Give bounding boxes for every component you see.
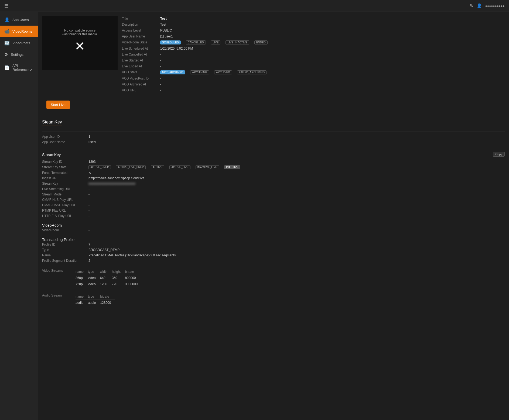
video-stream-cell-type: video bbox=[88, 275, 100, 281]
video-th-height: height bbox=[112, 269, 125, 275]
cmaf-dash-row: CMAF-DASH Play URL - bbox=[42, 202, 505, 208]
sidebar-item-api-reference[interactable]: 📄 API Reference ↗ bbox=[0, 60, 38, 75]
live-ended-label: Live Ended At bbox=[122, 64, 157, 68]
rtmp-play-row: RTMP Play URL - bbox=[42, 208, 505, 213]
state-badge-live: LIVE bbox=[211, 40, 221, 44]
sidebar-label-videorooms: VideoRooms bbox=[12, 29, 32, 33]
videorooms-icon: 📹 bbox=[4, 29, 10, 34]
video-stream-cell-name: 720p bbox=[76, 281, 88, 287]
title-label: Title bbox=[122, 17, 157, 20]
video-stream-row: 720pvideo12807203000000 bbox=[76, 281, 142, 287]
segment-duration-label: Profile Segment Duration bbox=[42, 259, 85, 263]
access-level-value: PUBLIC bbox=[160, 29, 172, 32]
sk-badge-active: ACTIVE bbox=[151, 165, 164, 169]
state-badge-ended: ENDED bbox=[254, 40, 268, 44]
audio-stream-cell-type: audio bbox=[88, 300, 100, 306]
vod-badge-archived: ARCHIVED bbox=[214, 70, 232, 74]
streamkey-end-divider bbox=[42, 221, 505, 221]
video-stream-cell-bitrate: 800000 bbox=[125, 275, 142, 281]
sidebar-item-settings[interactable]: ⚙ Settings bbox=[0, 49, 38, 60]
video-stream-cell-height: 360 bbox=[112, 275, 125, 281]
vod-badge-failed-archiving: FAILED_ARCHIVING bbox=[237, 70, 267, 74]
cmaf-hls-label: CMAF-HLS Play URL bbox=[42, 198, 85, 202]
sidebar-label-api-reference: API Reference ↗ bbox=[12, 64, 33, 72]
vod-state-flow: NOT_ARCHIVED — ARCHIVING — ARCHIVED — FA… bbox=[160, 70, 267, 74]
videoposts-icon: 🔄 bbox=[4, 40, 10, 46]
steamkey-section: SteamKey App User ID 1 App User Name use… bbox=[38, 116, 509, 306]
http-flv-row: HTTP-FLV Play URL - bbox=[42, 213, 505, 219]
video-th-bitrate: bitrate bbox=[125, 269, 142, 275]
layout: 👤 App Users 📹 VideoRooms 🔄 VideoPosts ⚙ … bbox=[0, 12, 509, 420]
live-started-row: Live Started At - bbox=[122, 58, 500, 63]
sidebar-item-videorooms[interactable]: 📹 VideoRooms bbox=[0, 26, 38, 37]
refresh-icon[interactable]: ↻ bbox=[470, 3, 473, 8]
streamkey-state-flow: ACTIVE_PREP — ACTIVE_LIVE_PREP — ACTIVE … bbox=[88, 165, 240, 169]
streamkey-key-label: StreamKey bbox=[42, 182, 85, 185]
steamkey-divider2 bbox=[42, 147, 505, 147]
videoroom-sub-row: VideoRoom - bbox=[42, 228, 505, 233]
streamkey-header: StreamKey Copy bbox=[42, 149, 505, 159]
steamkey-section-title: SteamKey bbox=[42, 116, 62, 126]
start-live-button[interactable]: Start Live bbox=[46, 101, 70, 109]
state-badge-live-inactive: LIVE_INACTIVE bbox=[226, 40, 249, 44]
app-user-id-row: App User ID 1 bbox=[42, 134, 505, 139]
videoroom-state-label: VideoRoom State bbox=[122, 40, 157, 44]
video-table-header-row: name type width height bitrate bbox=[76, 269, 142, 275]
video-stream-cell-width: 640 bbox=[100, 275, 112, 281]
video-streams-table-wrapper: name type width height bitrate 360pvideo… bbox=[76, 267, 142, 287]
ingest-url-row: Ingest URL rtmp://media-sandbox.flipflop… bbox=[42, 175, 505, 181]
settings-icon: ⚙ bbox=[4, 52, 8, 57]
videoroom-state-flow: SCHEDULED — CANCELLED — LIVE — LIVE_INAC… bbox=[160, 40, 268, 44]
transcoding-title: Transcoding Profile bbox=[42, 237, 74, 242]
video-stream-row: 360pvideo640360800000 bbox=[76, 275, 142, 281]
vod-state-row: VOD State NOT_ARCHIVED — ARCHIVING — ARC… bbox=[122, 70, 500, 75]
vod-badge-not-archived: NOT_ARCHIVED bbox=[160, 70, 185, 74]
segment-duration-value: 2 bbox=[88, 259, 90, 263]
video-info-panel: Title Test Description Test Access Level… bbox=[118, 16, 505, 93]
video-stream-cell-bitrate: 3000000 bbox=[125, 281, 142, 287]
live-scheduled-row: Live Scheduled At 1/25/2025, 5:02:00 PM bbox=[122, 46, 500, 51]
streamkey-state-label: StreamKey State bbox=[42, 165, 85, 169]
vod-videopost-value: - bbox=[160, 77, 161, 80]
rtmp-play-label: RTMP Play URL bbox=[42, 209, 85, 212]
streamkey-id-row: StreamKey ID 1393 bbox=[42, 159, 505, 164]
sk-badge-inactive: INACTIVE bbox=[224, 165, 240, 169]
hamburger-icon[interactable]: ☰ bbox=[4, 3, 9, 9]
user-icon[interactable]: 👤 bbox=[477, 3, 482, 8]
topbar: ☰ ↻ 👤 ●●●●●●●●●● bbox=[0, 0, 509, 12]
cmaf-hls-row: CMAF-HLS Play URL - bbox=[42, 197, 505, 202]
app-user-id-value: 1 bbox=[88, 135, 90, 139]
sidebar-item-videoposts[interactable]: 🔄 VideoPosts bbox=[0, 37, 38, 49]
copy-streamkey-button[interactable]: Copy bbox=[493, 152, 505, 157]
transcoding-name-row: Name Predefined CMAF Profile (16:9 lands… bbox=[42, 253, 505, 258]
segment-duration-row: Profile Segment Duration 2 bbox=[42, 258, 505, 263]
force-terminated-label: Force-Terminated bbox=[42, 171, 85, 175]
steamkey-title: SteamKey bbox=[42, 116, 505, 129]
sidebar-item-app-users[interactable]: 👤 App Users bbox=[0, 14, 38, 26]
transcoding-name-label: Name bbox=[42, 253, 85, 257]
audio-stream-row: audioaudio128000 bbox=[76, 300, 115, 306]
streamkey-key-value: ●●●●●●●●●●●●●●●●●●●●●●●● bbox=[88, 182, 135, 185]
app-user-name-value: [1] user1 bbox=[160, 35, 173, 38]
stream-mode-row: Stream Mode - bbox=[42, 192, 505, 197]
steamkey-divider bbox=[42, 132, 505, 132]
live-streaming-url-value: - bbox=[88, 187, 90, 191]
vod-videopost-label: VOD VideoPost ID bbox=[122, 77, 157, 80]
vod-url-label: VOD URL bbox=[122, 88, 157, 92]
videoroom-end-divider bbox=[42, 235, 505, 235]
video-th-name: name bbox=[76, 269, 88, 275]
audio-stream-table-wrapper: name type bitrate audioaudio128000 bbox=[76, 291, 115, 306]
live-started-label: Live Started At bbox=[122, 58, 157, 62]
ingest-url-label: Ingest URL bbox=[42, 176, 85, 180]
vod-url-value: - bbox=[160, 88, 161, 92]
audio-th-type: type bbox=[88, 294, 100, 300]
cmaf-dash-value: - bbox=[88, 203, 90, 207]
live-cancelled-value: - bbox=[160, 53, 161, 56]
description-row: Description Test bbox=[122, 22, 500, 27]
sidebar-label-app-users: App Users bbox=[12, 18, 29, 22]
video-x-icon: ✕ bbox=[74, 39, 85, 54]
description-label: Description bbox=[122, 23, 157, 26]
title-value: Test bbox=[160, 17, 167, 20]
access-level-label: Access Level bbox=[122, 29, 157, 32]
app-user-name-row: App User Name [1] user1 bbox=[122, 34, 500, 39]
